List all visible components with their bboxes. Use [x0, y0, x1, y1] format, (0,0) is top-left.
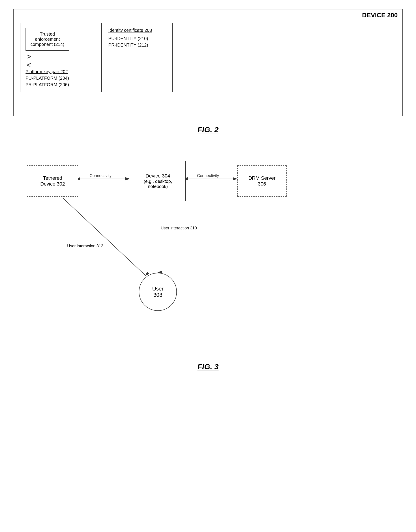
trusted-enforcement-line1: Trusted: [40, 32, 55, 37]
platform-key-title: Platform key pair 202: [26, 69, 76, 74]
pr-identity-label: PR-IDENTITY (212): [108, 43, 166, 48]
pu-identity-label: PU-IDENTITY (210): [108, 36, 166, 41]
user-line2: 308: [153, 292, 162, 298]
tethered-device-box: Tethered Device 302: [27, 165, 78, 197]
trusted-enforcement-line2: enforcement: [35, 37, 60, 42]
connectivity1-label: Connectivity: [89, 173, 112, 178]
svg-line-7: [63, 198, 145, 276]
drm-server-line2: 306: [258, 181, 266, 187]
trusted-enforcement-box: Trusted enforcement component (214): [26, 28, 69, 51]
double-arrow: [26, 55, 32, 66]
user-interaction-310-label: User interaction 310: [161, 226, 197, 230]
device-304-line2: (e.g., desktop,: [144, 179, 172, 184]
pu-platform-label: PU-PLATFORM (204): [26, 76, 76, 81]
pr-platform-label: PR-PLATFORM (206): [26, 82, 76, 87]
device-304-line3: notebook): [148, 184, 168, 189]
user-308-circle: User 308: [139, 273, 177, 311]
trusted-enforcement-line3: component (214): [30, 42, 64, 47]
fig2-caption: FIG. 2: [13, 125, 403, 134]
fig3-caption: FIG. 3: [13, 362, 403, 371]
device-304-line1: Device 304: [145, 173, 170, 179]
fig3-diagram: Connectivity Connectivity Tethered Devic…: [13, 147, 403, 353]
identity-cert-box: Identity certificate 208 PU-IDENTITY (21…: [101, 23, 173, 92]
device-304-box: Device 304 (e.g., desktop, notebook): [130, 161, 186, 201]
identity-cert-title: Identity certificate 208: [108, 28, 166, 33]
connectivity2-label: Connectivity: [197, 173, 219, 178]
fig2-content: Trusted enforcement component (214): [21, 23, 395, 92]
fig3-inner: Connectivity Connectivity Tethered Devic…: [13, 147, 403, 353]
drm-server-line1: DRM Server: [248, 175, 275, 181]
platform-key-box: Trusted enforcement component (214): [21, 23, 83, 92]
drm-server-box: DRM Server 306: [237, 165, 287, 197]
tethered-device-line2: Device 302: [40, 181, 65, 187]
fig2-diagram: DEVICE 200 Trusted enforcement component…: [13, 9, 403, 116]
tethered-device-line1: Tethered: [43, 175, 62, 181]
user-line1: User: [152, 285, 164, 292]
user-interaction-312-label: User interaction 312: [67, 244, 103, 248]
device-200-label: DEVICE 200: [362, 12, 398, 19]
